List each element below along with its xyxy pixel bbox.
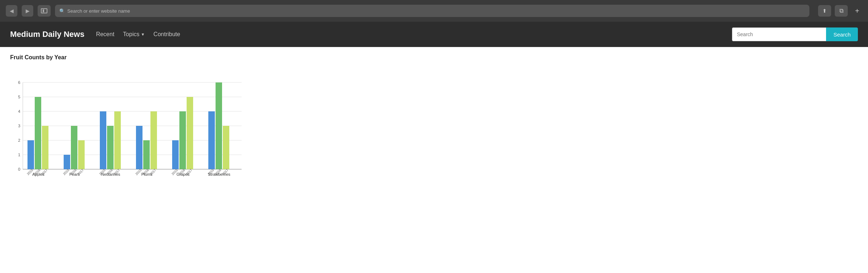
bar-nectarines-2016: [107, 126, 114, 169]
bar-apples-2017: [42, 126, 48, 169]
address-text: Search or enter website name: [67, 8, 130, 14]
nav-link-recent[interactable]: Recent: [96, 31, 114, 38]
svg-text:0: 0: [18, 167, 20, 171]
bar-strawberries-2017: [223, 126, 229, 169]
bar-plums-2017: [150, 111, 157, 169]
svg-text:2: 2: [18, 138, 20, 142]
share-button[interactable]: ⬆: [818, 5, 831, 17]
svg-text:3: 3: [18, 124, 20, 128]
tabs-icon: ⧉: [839, 8, 843, 14]
back-button[interactable]: ◀: [6, 5, 17, 17]
search-input[interactable]: [732, 27, 826, 41]
svg-text:6: 6: [18, 80, 20, 85]
bar-nectarines-2017: [114, 111, 121, 169]
chevron-down-icon: ▼: [141, 32, 145, 37]
svg-text:4: 4: [18, 109, 20, 114]
bar-pears-2017: [78, 140, 85, 169]
browser-chrome: ◀ ▶ 🔍 Search or enter website name ⬆ ⧉ +: [0, 0, 868, 22]
bar-plums-2016: [143, 140, 150, 169]
nav-link-topics[interactable]: Topics ▼: [123, 31, 145, 38]
bar-strawberries-2015: [208, 111, 215, 169]
nav-search-area: Search: [732, 27, 858, 41]
site-title: Medium Daily News: [10, 30, 84, 39]
address-bar[interactable]: 🔍 Search or enter website name: [55, 5, 809, 17]
bar-nectarines-2015: [100, 111, 106, 169]
main-content: Fruit Counts by Year 0 1 2 3 4 5 6: [0, 47, 868, 187]
search-icon: 🔍: [59, 8, 65, 14]
chart-container: 0 1 2 3 4 5 6 Apples 20: [10, 64, 245, 180]
nav-links: Recent Topics ▼ Contribute: [96, 31, 732, 38]
forward-button[interactable]: ▶: [22, 5, 33, 17]
site-nav: Medium Daily News Recent Topics ▼ Contri…: [0, 22, 868, 47]
bar-pears-2016: [71, 126, 77, 169]
search-button[interactable]: Search: [826, 27, 858, 41]
bar-grapes-2016: [179, 111, 186, 169]
bar-pears-2015: [64, 155, 70, 169]
nav-link-contribute[interactable]: Contribute: [153, 31, 180, 38]
chart-title: Fruit Counts by Year: [10, 54, 858, 61]
new-tab-button[interactable]: +: [852, 6, 862, 16]
share-icon: ⬆: [822, 8, 827, 14]
bar-apples-2015: [27, 140, 34, 169]
svg-text:1: 1: [18, 153, 20, 157]
svg-text:5: 5: [18, 95, 20, 99]
bar-strawberries-2016: [216, 82, 222, 169]
bar-grapes-2017: [187, 97, 193, 169]
bar-plums-2015: [136, 126, 142, 169]
bar-grapes-2015: [172, 140, 179, 169]
bar-apples-2016: [35, 97, 41, 169]
tabs-button[interactable]: ⧉: [835, 5, 848, 17]
browser-actions: ⬆ ⧉: [818, 5, 848, 17]
sidebar-button[interactable]: [38, 5, 51, 17]
chart-svg: 0 1 2 3 4 5 6 Apples 20: [10, 64, 245, 180]
